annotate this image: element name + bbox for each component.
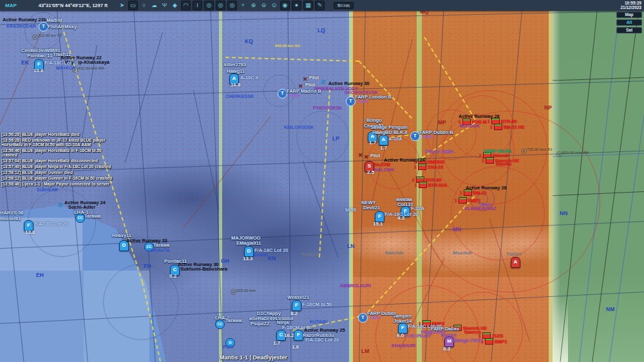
ndb-beacon-icon [231,289,236,295]
event-log-line: [13:57:04] BLUE player HorseBallz discon… [1,158,115,163]
text-tool-icon[interactable]: I [193,1,202,10]
pilot-name-label: Pilot [305,82,315,87]
grid-blue-label: KQ [245,38,253,44]
num-label: 12.8 [25,229,35,235]
city-gray-label: Mozdok [453,250,472,256]
zoom-out-icon[interactable]: ⊖ [260,1,268,10]
blue-name-label: killer2783 [224,62,246,68]
pilot-name-label: Pilot [370,153,380,158]
city-blue-label: Senaki [253,252,268,257]
weather-icon[interactable]: ☁ [150,1,158,10]
grid-icon[interactable]: ▦ [303,1,313,10]
map-view-buttons: MapAltSat [616,12,642,33]
zone-stripe-2 [349,0,353,362]
compass-icon[interactable]: ◆ [171,1,179,10]
clock: 10:55:29 21/12/2023 [620,1,641,10]
city-gray-label: Tbilisi [506,251,521,257]
dead-pilot-icon[interactable]: ✕ [303,76,308,82]
num-label: 1.6 [292,344,299,350]
type-blue-label: A-10A [388,136,402,142]
dead-pilot-icon[interactable]: ✕ [364,154,369,160]
antenna-icon[interactable]: Ψ [160,1,169,10]
red-name-label: Sborka [496,162,511,166]
air-unit-pin[interactable]: A [379,135,388,146]
runway-label: Active Runway 30 [328,81,370,86]
view-button-alt[interactable]: Alt [616,19,642,26]
blue-name-label: HARVS 06 [0,210,24,216]
blue-name-label: HawgBD BLK.II [372,129,408,135]
unit-toggle-button[interactable]: ft=>m [334,2,354,9]
grid-blue-label: LQ [317,27,325,33]
marker-zoom-3-icon[interactable]: ◎ [227,1,237,10]
num-label: 6.0 [397,332,404,338]
type-blue-label: A-10C II [240,75,258,81]
ground-unit-group[interactable]: 1BMP1 [481,338,507,345]
red-name-label: Smerch [464,330,481,334]
pilot-name-label: Pilot [309,75,319,80]
ship-icon[interactable]: CC [215,319,225,329]
farp-sub-label: FARP [422,135,433,139]
marker-zoom-1-icon[interactable]: ◎ [204,1,214,10]
red-name-label: Su-27M [374,162,390,167]
city-purple-label: MOZDOK [460,124,480,128]
air-unit-pin[interactable]: A [511,257,520,268]
num-label: 2.5 [367,169,374,175]
ground-unit-group[interactable]: 1BTR-82A [415,182,447,188]
farp-icon[interactable]: T [358,313,368,323]
city-blue-label: SUKHUMI [37,187,58,192]
map-mode-label: MAP [5,3,17,8]
num-label: 16.8 [231,82,241,88]
dead-pilot-icon[interactable]: ✕ [358,152,363,158]
farp-sub-label: FARP [289,93,300,98]
ground-unit-group[interactable]: 1BMP1 [455,197,480,204]
num-label: 16.2 [284,332,294,338]
toolbar-icons: ➤▭○☁Ψ◆◠I◎◎◎+⊕⊖⊙◉●▦✎ [118,1,325,10]
city-purple-label: NALCHIK [374,167,395,172]
type-blue-label: F-16CM bl.50 [302,301,332,307]
city-blue-label: KISLOVODSK [284,125,314,129]
cursor-coords-readout: 43°31'05"N 44°49'12"E, 1297 ft [39,3,108,8]
signal-icon[interactable]: ◠ [181,1,191,10]
farp-icon[interactable]: T [278,89,287,99]
zoom-reset-icon[interactable]: ⊙ [270,1,278,10]
blue-name-label: Hornet61 [0,216,21,222]
purple-name-label: F-4E PILOT [405,333,431,339]
crosshair-icon[interactable]: + [239,1,247,10]
air-unit-pin[interactable]: F [292,300,301,311]
farp-sub-label: FARP [370,316,381,320]
zoom-in-icon[interactable]: ⊕ [249,1,258,10]
circle-tool-icon[interactable]: ○ [140,1,148,10]
farp-icon[interactable]: T [39,22,48,32]
marker-zoom-2-icon[interactable]: ◎ [216,1,225,10]
ground-unit-group[interactable]: 1BM-21 HE [490,124,525,130]
pan-cursor-icon[interactable]: ➤ [118,1,126,10]
grid-blue-label: FH [144,263,151,269]
event-log: [13:56:28] BLUE player HorseBallz died[1… [1,132,115,187]
city-blue-label: KRASNODAR [6,24,36,28]
ground-unit-group[interactable]: 1ZSU-23 [414,164,443,170]
type-blue-label: F/A-18C Lot 20 [44,60,79,66]
event-log-line: [13:58:46] Lycra 1-1 | Major Payne conne… [1,182,115,186]
type-blue-label: bl.50 [345,207,356,213]
blue-name-label: Hawg11 [227,68,245,74]
num-label: 13.3 [243,256,253,262]
grid-blue-label: NN [560,210,567,216]
blue-name-label: PsquiZZ [251,321,270,327]
ruler-icon[interactable]: ▭ [128,1,138,10]
view-button-map[interactable]: Map [616,12,642,18]
city-blue-label: MAYKOP [56,66,75,70]
farp-icon[interactable]: T [346,97,355,106]
air-unit-pin[interactable]: F [294,330,303,341]
purple-name-label: Kura [480,202,491,207]
num-label: 1.7 [369,140,376,146]
beacon-text-label: 312.00 km XT [38,33,62,37]
pencil-icon[interactable]: ✎ [315,1,325,10]
grid-blue-label: EH [36,272,44,278]
view-button-sat[interactable]: Sat [616,27,642,33]
globe-icon[interactable]: ◉ [280,1,290,10]
beacon-text-label: 432.00 kHz MA [78,66,104,70]
sphere-icon[interactable]: ● [292,1,301,10]
type-blue-label: F/A-18C Lot 20 [34,221,68,227]
farp-icon[interactable]: T [410,131,420,141]
grid-red-label: LM [361,348,369,354]
